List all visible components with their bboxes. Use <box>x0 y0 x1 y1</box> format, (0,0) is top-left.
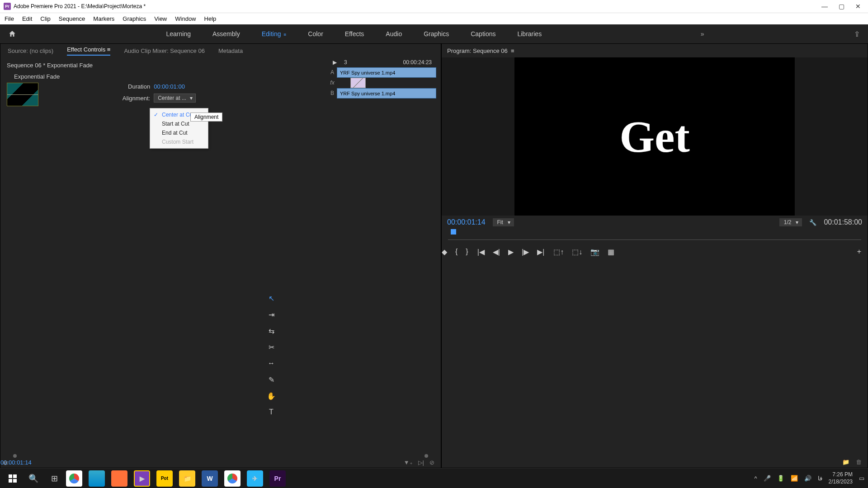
tray-language[interactable]: فا <box>818 475 822 482</box>
ripple-tool-icon[interactable]: ⇆ <box>266 325 277 336</box>
taskbar-explorer[interactable]: 📁 <box>179 470 195 487</box>
workspace-effects[interactable]: Effects <box>345 30 364 38</box>
step-back-icon[interactable]: ◀| <box>493 248 500 256</box>
minimize-button[interactable]: — <box>821 3 828 10</box>
taskbar-premiere[interactable]: Pr <box>269 470 286 487</box>
bypass-icon[interactable]: ⊘ <box>429 459 434 466</box>
workspace-menu-icon[interactable]: ≡ <box>284 32 287 37</box>
program-zoom-dropdown[interactable]: 1/2 <box>779 218 802 226</box>
program-tc-current[interactable]: 00:00:01:14 <box>447 218 486 226</box>
menu-clip[interactable]: Clip <box>40 15 50 22</box>
taskbar-firefox[interactable] <box>111 470 127 487</box>
workspace-captions[interactable]: Captions <box>471 30 495 38</box>
program-canvas[interactable]: Get <box>514 57 795 216</box>
program-tab[interactable]: Program: Sequence 06 ≡ <box>447 47 514 54</box>
play-icon[interactable]: ▶ <box>508 248 514 256</box>
taskbar-word[interactable]: W <box>202 470 218 487</box>
step-fwd-icon[interactable]: |▶ <box>522 248 529 256</box>
workspace-learning[interactable]: Learning <box>166 30 191 38</box>
hand-tool-icon[interactable]: ✋ <box>266 390 277 401</box>
task-view-button[interactable]: ⊞ <box>45 470 63 487</box>
slip-tool-icon[interactable]: ↔ <box>266 358 277 369</box>
tray-mic-icon[interactable]: 🎤 <box>764 475 771 482</box>
mini-clip-b[interactable]: YRF Spy universe 1.mp4 <box>337 88 436 99</box>
lift-icon[interactable]: ⬚↑ <box>553 248 564 256</box>
tab-metadata[interactable]: Metadata <box>218 47 243 54</box>
menu-sequence[interactable]: Sequence <box>59 15 85 22</box>
alignment-dropdown[interactable]: Center at ... <box>154 94 196 103</box>
goto-in-icon[interactable]: |◀ <box>477 248 485 256</box>
scrollbar-handle[interactable] <box>13 454 17 458</box>
maximize-button[interactable]: ▢ <box>839 3 844 10</box>
search-button[interactable]: 🔍 <box>24 470 42 487</box>
razor-tool-icon[interactable]: ✂ <box>266 342 277 352</box>
menubar: File Edit Clip Sequence Markers Graphics… <box>0 13 868 24</box>
mini-tc: 00:00:24:23 <box>403 59 432 66</box>
panel-menu-icon[interactable]: ≡ <box>107 46 111 53</box>
set-in-icon[interactable]: { <box>455 248 458 256</box>
share-icon[interactable]: ⇪ <box>854 30 860 38</box>
tab-audio-mixer[interactable]: Audio Clip Mixer: Sequence 06 <box>124 47 205 54</box>
menu-view[interactable]: View <box>154 15 167 22</box>
mini-start: 3 <box>344 59 347 66</box>
filter-icon[interactable]: ▼₊ <box>404 459 413 466</box>
extract-icon[interactable]: ⬚↓ <box>572 248 582 256</box>
mini-transition[interactable] <box>350 78 366 88</box>
taskbar-chrome2[interactable] <box>224 470 241 487</box>
alignment-label: Alignment: <box>78 95 150 102</box>
menu-window[interactable]: Window <box>175 15 196 22</box>
start-button[interactable] <box>4 470 22 487</box>
home-icon[interactable] <box>8 30 16 38</box>
comparison-icon[interactable]: ▦ <box>608 248 614 256</box>
tray-overflow-icon[interactable]: ^ <box>755 475 757 482</box>
menu-file[interactable]: File <box>5 15 14 22</box>
menu-markers[interactable]: Markers <box>93 15 114 22</box>
menu-graphics[interactable]: Graphics <box>123 15 146 22</box>
mini-play-icon[interactable]: ▶ <box>328 59 341 66</box>
mini-track-fx-label: fx <box>328 78 337 88</box>
mark-in-icon[interactable]: ◆ <box>442 248 447 256</box>
taskbar-player[interactable]: ▶ <box>134 470 150 487</box>
scrollbar-handle[interactable] <box>425 454 428 458</box>
menu-edit[interactable]: Edit <box>22 15 32 22</box>
type-tool-icon[interactable]: T <box>266 407 277 418</box>
tray-clock[interactable]: 7:26 PM 2/18/2023 <box>829 471 853 485</box>
taskbar-potplayer[interactable]: Pot <box>156 470 173 487</box>
export-frame-icon[interactable]: 📷 <box>590 248 599 256</box>
tray-battery-icon[interactable]: 🔋 <box>777 475 784 482</box>
workspace-overflow-icon[interactable]: » <box>701 30 704 38</box>
taskbar-edge[interactable] <box>89 470 105 487</box>
button-editor-icon[interactable]: + <box>857 248 861 256</box>
close-button[interactable]: ✕ <box>855 3 861 10</box>
taskbar-telegram[interactable]: ✈ <box>247 470 263 487</box>
pen-tool-icon[interactable]: ✎ <box>266 374 277 385</box>
workspace-assembly[interactable]: Assembly <box>212 30 240 38</box>
workspace-color[interactable]: Color <box>308 30 323 38</box>
taskbar-chrome[interactable] <box>66 470 82 487</box>
duration-value[interactable]: 00:00:01:00 <box>154 83 185 90</box>
track-select-tool-icon[interactable]: ⇥ <box>266 309 277 320</box>
set-out-icon[interactable]: } <box>466 248 468 256</box>
selection-tool-icon[interactable]: ↖ <box>266 293 277 304</box>
creative-cloud-icon[interactable]: ⊚ <box>3 459 8 466</box>
alignment-option-end[interactable]: End at Cut <box>150 128 208 137</box>
loop-icon[interactable]: ▷| <box>418 459 424 466</box>
delete-icon[interactable]: 🗑 <box>856 459 862 465</box>
mini-clip-a[interactable]: YRF Spy universe 1.mp4 <box>337 67 436 78</box>
workspace-editing[interactable]: Editing≡ <box>262 30 287 38</box>
goto-out-icon[interactable]: ▶| <box>537 248 544 256</box>
tray-wifi-icon[interactable]: 📶 <box>791 475 798 482</box>
workspace-graphics[interactable]: Graphics <box>424 30 449 38</box>
settings-icon[interactable]: 🔧 <box>809 219 816 226</box>
tab-effect-controls[interactable]: Effect Controls ≡ <box>67 46 110 56</box>
program-fit-dropdown[interactable]: Fit <box>493 218 514 226</box>
tab-source[interactable]: Source: (no clips) <box>8 47 53 54</box>
workspace-libraries[interactable]: Libraries <box>517 30 542 38</box>
tray-volume-icon[interactable]: 🔊 <box>804 475 811 482</box>
program-ruler[interactable] <box>448 229 861 243</box>
new-bin-icon[interactable]: 📁 <box>842 459 849 465</box>
tray-notifications-icon[interactable]: ▭ <box>859 475 864 482</box>
program-playhead[interactable] <box>451 229 456 235</box>
menu-help[interactable]: Help <box>204 15 217 22</box>
workspace-audio[interactable]: Audio <box>386 30 402 38</box>
